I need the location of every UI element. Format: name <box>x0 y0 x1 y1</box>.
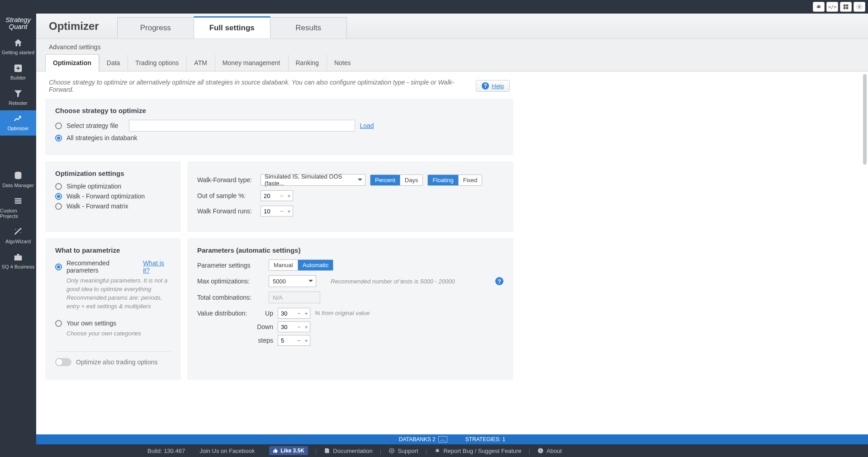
bug-icon-button[interactable] <box>813 2 825 12</box>
btn-floating[interactable]: Floating <box>428 175 458 185</box>
sub-tab-notes[interactable]: Notes <box>327 54 359 71</box>
header-tabs: Optimizer Progress Full settings Results <box>36 14 868 39</box>
plus-button[interactable]: + <box>285 208 293 215</box>
btn-days[interactable]: Days <box>400 175 423 185</box>
svg-point-19 <box>389 448 394 453</box>
strategy-file-input[interactable] <box>129 120 355 132</box>
btn-automatic[interactable]: Automatic <box>298 260 333 270</box>
dist-label: Value distribution: <box>197 310 251 317</box>
svg-line-4 <box>816 7 817 8</box>
radio-simple-opt[interactable] <box>55 183 62 190</box>
intro-text: Choose strategy to optimize or alternati… <box>49 79 467 93</box>
home-icon <box>13 38 23 48</box>
minus-button[interactable]: − <box>278 208 285 215</box>
radio-all-strategies[interactable] <box>55 135 62 141</box>
support-link[interactable]: Support <box>381 448 426 454</box>
documentation-link[interactable]: Documentation <box>317 448 379 454</box>
radio-wf-matrix[interactable] <box>55 203 62 210</box>
tab-progress[interactable]: Progress <box>117 17 194 38</box>
steps-label: steps <box>255 337 273 344</box>
sidebar: Strategy Quant Getting started Builder R… <box>0 14 36 457</box>
svg-point-20 <box>391 450 393 452</box>
sub-tab-atm[interactable]: ATM <box>186 54 215 71</box>
minus-button[interactable]: − <box>295 324 303 330</box>
max-hint: Recommended number of tests is 5000 - 20… <box>331 278 455 285</box>
radio-label: All strategies in databank <box>66 134 137 141</box>
stack-icon <box>13 196 23 206</box>
svg-rect-9 <box>846 7 849 9</box>
load-link[interactable]: Load <box>360 122 374 129</box>
svg-point-21 <box>436 449 439 452</box>
runs-input[interactable] <box>261 206 278 216</box>
sub-tab-trading-options[interactable]: Trading options <box>128 54 186 71</box>
down-input[interactable] <box>278 322 295 332</box>
toggle-label: Optimize also trading options <box>76 358 158 366</box>
panel-title: Parameters (automatic settings) <box>197 246 503 254</box>
info-icon[interactable]: ? <box>495 277 503 285</box>
sidebar-item-custom-projects[interactable]: Custom Projects <box>0 193 36 223</box>
sidebar-item-data-manager[interactable]: Data Manager <box>0 167 36 193</box>
plus-button[interactable]: + <box>303 337 310 344</box>
param-settings-label: Parameter settings <box>197 262 264 269</box>
chevron-up-icon[interactable]: ︿ <box>438 436 447 443</box>
floating-fixed-toggle: Floating Fixed <box>427 174 482 186</box>
btn-percent[interactable]: Percent <box>370 175 400 185</box>
sub-tab-money-management[interactable]: Money management <box>215 54 288 71</box>
down-label: Down <box>255 323 273 330</box>
sidebar-item-sq4business[interactable]: SQ 4 Business <box>0 249 36 274</box>
report-bug-link[interactable]: Report Bug / Suggest Feature <box>427 448 529 454</box>
steps-input[interactable] <box>278 335 295 345</box>
databanks-bar[interactable]: DATABANKS 2︿ STRATEGIES: 1 <box>36 434 868 444</box>
sidebar-item-optimizer[interactable]: Optimizer <box>0 110 36 136</box>
sidebar-item-getting-started[interactable]: Getting started <box>0 34 36 60</box>
radio-select-file[interactable] <box>55 122 62 129</box>
panel-title: What to parametrize <box>55 246 171 254</box>
oos-input[interactable] <box>261 191 278 201</box>
radio-label: Walk - Forward matrix <box>66 203 128 210</box>
toggle-trading-options[interactable] <box>55 358 71 366</box>
sub-tab-data[interactable]: Data <box>99 54 128 71</box>
plus-button[interactable]: + <box>303 310 310 317</box>
max-label: Max optimizations: <box>197 278 264 285</box>
scroll-body[interactable]: Choose strategy to optimize or alternati… <box>36 71 868 434</box>
code-icon-button[interactable]: </> <box>826 2 838 12</box>
svg-rect-23 <box>541 450 541 452</box>
up-input[interactable] <box>278 308 295 318</box>
sub-tab-ranking[interactable]: Ranking <box>288 54 327 71</box>
radio-label: Walk - Forward optimization <box>66 193 145 200</box>
panel-wf-params: Walk-Forward type: Simulated IS, Simulat… <box>187 161 513 232</box>
minus-button[interactable]: − <box>295 337 303 344</box>
footer: Build: 130.467 Join Us on Facebook Like … <box>36 444 868 457</box>
panel-choose-strategy: Choose strategy to optimize Select strat… <box>45 99 513 155</box>
chart-line-icon <box>13 114 23 124</box>
what-is-it-link[interactable]: What is it? <box>143 259 171 274</box>
svg-point-17 <box>20 232 21 233</box>
radio-label: Simple optimization <box>66 183 121 190</box>
fb-like-button[interactable]: Like 3.5K <box>269 446 308 455</box>
sub-tab-optimization[interactable]: Optimization <box>45 54 99 71</box>
scrollbar-thumb[interactable] <box>863 74 867 165</box>
plus-button[interactable]: + <box>303 324 310 330</box>
minus-button[interactable]: − <box>295 310 303 317</box>
about-link[interactable]: About <box>530 448 569 454</box>
wand-icon <box>13 227 23 237</box>
join-facebook-link[interactable]: Join Us on Facebook <box>192 448 262 454</box>
radio-recommended[interactable] <box>55 264 62 270</box>
btn-manual[interactable]: Manual <box>269 260 298 270</box>
sidebar-item-retester[interactable]: Retester <box>0 85 36 110</box>
tab-full-settings[interactable]: Full settings <box>194 16 270 38</box>
tab-results[interactable]: Results <box>270 17 347 38</box>
grid-icon-button[interactable] <box>840 2 852 12</box>
sidebar-item-builder[interactable]: Builder <box>0 60 36 85</box>
gear-icon-button[interactable] <box>854 2 865 12</box>
minus-button[interactable]: − <box>278 193 285 199</box>
logo: Strategy Quant <box>5 14 31 34</box>
plus-button[interactable]: + <box>285 193 293 199</box>
radio-own-settings[interactable] <box>55 320 62 327</box>
radio-wf-opt[interactable] <box>55 193 62 200</box>
btn-fixed[interactable]: Fixed <box>458 175 482 185</box>
wf-type-select[interactable]: Simulated IS, Simulated OOS (faste... <box>261 174 365 186</box>
sidebar-item-algowizard[interactable]: AlgoWizard <box>0 223 36 249</box>
help-button[interactable]: ? Help <box>476 80 510 92</box>
max-opt-select[interactable]: 5000 <box>269 275 316 287</box>
